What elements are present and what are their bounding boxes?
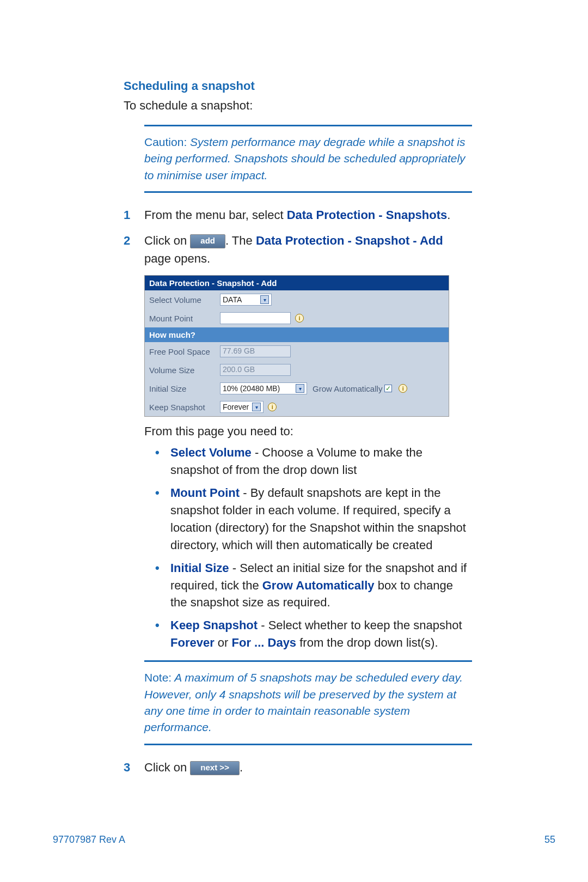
keep-snapshot-value: Forever — [223, 403, 249, 411]
step-text: From the menu bar, select — [144, 208, 287, 222]
bullet-term: Initial Size — [170, 561, 229, 575]
label-volume-size: Volume Size — [149, 366, 220, 375]
note-label: Note: — [144, 671, 171, 684]
intro-text: To schedule a snapshot: — [124, 99, 472, 113]
step-1: 1 From the menu bar, select Data Protect… — [124, 206, 472, 224]
step-text: Click on — [144, 761, 190, 774]
add-button[interactable]: add — [190, 234, 225, 248]
initial-size-dropdown[interactable]: 10% (20480 MB) ▾ — [220, 382, 307, 394]
row-volume-size: Volume Size 200.0 GB — [145, 361, 449, 379]
chevron-down-icon: ▾ — [252, 403, 261, 411]
step-number: 1 — [124, 206, 144, 224]
keep-snapshot-dropdown[interactable]: Forever ▾ — [220, 401, 264, 413]
footer-rev: 97707987 Rev A — [53, 834, 125, 845]
step-text: . — [447, 208, 450, 222]
menu-path: Data Protection - Snapshots — [287, 208, 448, 222]
bullet-term: Keep Snapshot — [170, 618, 258, 632]
step-number: 3 — [124, 758, 144, 776]
caution-text: System performance may degrade while a s… — [144, 136, 465, 181]
select-volume-value: DATA — [223, 295, 242, 304]
page-name: Data Protection - Snapshot - Add — [256, 234, 443, 247]
info-icon[interactable]: i — [295, 314, 304, 323]
panel-header: Data Protection - Snapshot - Add — [145, 276, 449, 290]
lead-text: From this page you need to: — [144, 424, 472, 439]
bullet-term-2: Grow Automatically — [262, 579, 375, 592]
bullet-term-3: For ... Days — [232, 636, 297, 649]
section-heading: Scheduling a snapshot — [124, 79, 472, 93]
step-number: 2 — [124, 232, 144, 267]
next-button[interactable]: next >> — [190, 761, 240, 775]
bullet-keep-snapshot: • Keep Snapshot - Select whether to keep… — [155, 617, 472, 652]
step-text: Click on — [144, 234, 190, 247]
bullet-icon: • — [155, 559, 170, 612]
info-icon[interactable]: i — [399, 384, 407, 393]
label-keep-snapshot: Keep Snapshot — [149, 403, 220, 412]
select-volume-dropdown[interactable]: DATA ▾ — [220, 294, 272, 306]
caution-callout: Caution: System performance may degrade … — [144, 125, 472, 193]
label-select-volume: Select Volume — [149, 295, 220, 305]
bullet-text: or — [215, 636, 232, 649]
bullet-icon: • — [155, 444, 170, 479]
bullet-term: Select Volume — [170, 446, 252, 459]
bullet-text: - Select whether to keep the snapshot — [258, 618, 462, 632]
page-number: 55 — [544, 834, 555, 845]
note-text: A maximum of 5 snapshots may be schedule… — [144, 671, 463, 733]
step-text: page opens. — [144, 252, 210, 265]
grow-auto-label: Grow Automatically — [313, 384, 382, 393]
info-icon[interactable]: i — [268, 403, 277, 411]
label-mount-point: Mount Point — [149, 314, 220, 323]
mount-point-input[interactable] — [220, 312, 291, 324]
volume-size-value: 200.0 GB — [220, 364, 291, 376]
bullet-term-2: Forever — [170, 636, 215, 649]
step-text: . — [240, 761, 243, 774]
bullet-text: from the drop down list(s). — [296, 636, 438, 649]
panel-subheader: How much? — [145, 327, 449, 342]
row-mount-point: Mount Point i — [145, 309, 449, 327]
row-free-pool: Free Pool Space 77.69 GB — [145, 342, 449, 361]
row-keep-snapshot: Keep Snapshot Forever ▾ i — [145, 398, 449, 416]
snapshot-add-panel: Data Protection - Snapshot - Add Select … — [144, 275, 449, 417]
free-pool-value: 77.69 GB — [220, 345, 291, 357]
bullet-icon: • — [155, 484, 170, 554]
row-select-volume: Select Volume DATA ▾ — [145, 290, 449, 309]
grow-auto-checkbox[interactable]: ✓ — [384, 385, 392, 392]
chevron-down-icon: ▾ — [260, 295, 269, 304]
bullet-icon: • — [155, 617, 170, 652]
bullet-term: Mount Point — [170, 486, 240, 500]
chevron-down-icon: ▾ — [296, 384, 304, 393]
step-2: 2 Click on add. The Data Protection - Sn… — [124, 232, 472, 267]
note-callout: Note: A maximum of 5 snapshots may be sc… — [144, 660, 472, 745]
step-text: . The — [225, 234, 256, 247]
caution-label: Caution: — [144, 136, 187, 148]
bullet-mount-point: • Mount Point - By default snapshots are… — [155, 484, 472, 554]
label-free-pool: Free Pool Space — [149, 347, 220, 356]
bullet-initial-size: • Initial Size - Select an initial size … — [155, 559, 472, 612]
row-initial-size: Initial Size 10% (20480 MB) ▾ Grow Autom… — [145, 379, 449, 398]
label-initial-size: Initial Size — [149, 384, 220, 393]
step-3: 3 Click on next >>. — [124, 758, 472, 776]
bullet-select-volume: • Select Volume - Choose a Volume to mak… — [155, 444, 472, 479]
initial-size-value: 10% (20480 MB) — [223, 384, 280, 393]
